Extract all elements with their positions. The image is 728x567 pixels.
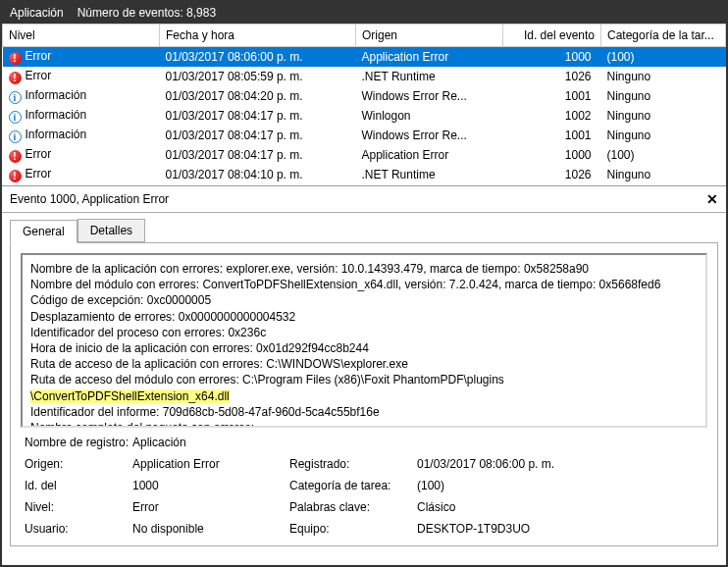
tab-strip: General Detalles <box>2 213 726 242</box>
table-row[interactable]: !Error01/03/2017 08:05:59 p. m..NET Runt… <box>3 67 726 86</box>
label-category: Categoría de tarea: <box>289 479 417 492</box>
value-level: Error <box>132 500 289 514</box>
msg-line: Ruta de acceso del módulo con errores: C… <box>30 372 698 387</box>
label-logname: Nombre de registro: <box>25 436 132 449</box>
msg-line: Desplazamiento de errores: 0x00000000000… <box>30 309 698 325</box>
value-logname: Aplicación <box>132 436 289 449</box>
table-row[interactable]: !Error01/03/2017 08:04:10 p. m..NET Runt… <box>3 165 726 184</box>
tab-body: Nombre de la aplicación con errores: exp… <box>10 242 718 546</box>
event-table-scroll[interactable]: Nivel Fecha y hora Origen Id. del evento… <box>2 24 726 186</box>
value-user: No disponible <box>132 522 289 536</box>
error-icon: ! <box>9 52 22 65</box>
value-origin: Application Error <box>132 457 289 471</box>
table-row[interactable]: iInformación01/03/2017 08:04:17 p. m.Win… <box>3 106 726 126</box>
error-icon: ! <box>9 170 22 182</box>
table-row[interactable]: !Error01/03/2017 08:04:17 p. m.Applicati… <box>3 145 726 165</box>
message-box[interactable]: Nombre de la aplicación con errores: exp… <box>21 253 707 428</box>
label-origin: Origen: <box>25 457 132 471</box>
tab-details[interactable]: Detalles <box>78 219 145 242</box>
col-level[interactable]: Nivel <box>3 25 160 47</box>
tab-general[interactable]: General <box>10 220 78 243</box>
value-registered: 01/03/2017 08:06:00 p. m. <box>417 457 703 471</box>
msg-line: Ruta de acceso de la aplicación con erro… <box>30 356 698 372</box>
error-icon: ! <box>9 150 22 163</box>
table-row[interactable]: !Error01/03/2017 08:06:00 p. m.Applicati… <box>3 47 726 68</box>
msg-line: Nombre completo del paquete con errores: <box>30 420 698 428</box>
label-user: Usuario: <box>25 522 132 536</box>
close-icon[interactable]: ✕ <box>706 191 718 207</box>
msg-line: Nombre de la aplicación con errores: exp… <box>30 261 698 277</box>
detail-header: Evento 1000, Application Error ✕ <box>2 186 726 213</box>
event-table: Nivel Fecha y hora Origen Id. del evento… <box>2 24 726 184</box>
value-keywords: Clásico <box>417 500 703 514</box>
msg-line: Identificador del informe: 709d68cb-5d08… <box>30 404 698 420</box>
table-row[interactable]: iInformación01/03/2017 08:04:20 p. m.Win… <box>3 86 726 106</box>
info-icon: i <box>9 91 22 104</box>
label-registered: Registrado: <box>289 457 417 471</box>
detail-title: Evento 1000, Application Error <box>10 192 169 206</box>
msg-line: Hora de inicio de la aplicación con erro… <box>30 340 698 356</box>
app-title: Aplicación <box>10 6 64 20</box>
value-id: 1000 <box>132 479 289 492</box>
label-level: Nivel: <box>25 500 132 514</box>
label-keywords: Palabras clave: <box>289 500 417 514</box>
msg-line-highlight: \ConvertToPDFShellExtension_x64.dll <box>30 388 698 404</box>
col-origin[interactable]: Origen <box>356 25 503 47</box>
info-icon: i <box>9 111 22 124</box>
value-category: (100) <box>417 479 703 492</box>
col-category[interactable]: Categoría de la tar... <box>601 25 726 47</box>
msg-line: Identificador del proceso con errores: 0… <box>30 325 698 340</box>
table-row[interactable]: iInformación01/03/2017 08:04:17 p. m.Win… <box>3 126 726 145</box>
col-eventid[interactable]: Id. del evento <box>503 25 601 47</box>
value-computer: DESKTOP-1T9D3UO <box>417 522 703 536</box>
msg-line: Código de excepción: 0xc0000005 <box>30 292 698 308</box>
info-icon: i <box>9 130 22 143</box>
label-computer: Equipo: <box>289 522 417 536</box>
label-id: Id. del <box>25 479 132 492</box>
window-header: Aplicación Número de eventos: 8,983 <box>2 2 726 24</box>
msg-line: Nombre del módulo con errores: ConvertTo… <box>30 277 698 292</box>
error-icon: ! <box>9 72 22 84</box>
event-count: Número de eventos: 8,983 <box>78 6 216 20</box>
properties-grid: Nombre de registro: Aplicación Origen: A… <box>21 428 707 536</box>
col-date[interactable]: Fecha y hora <box>160 25 356 47</box>
